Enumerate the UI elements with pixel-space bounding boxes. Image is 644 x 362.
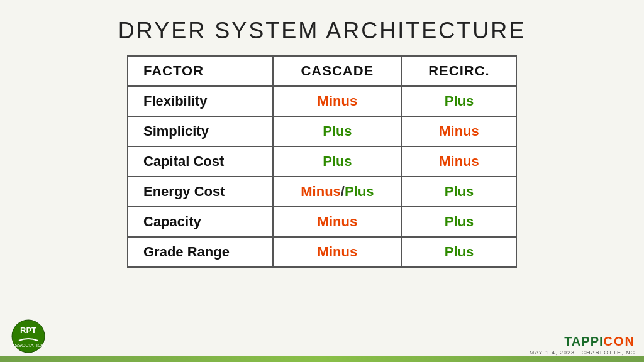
recirc-value: Plus bbox=[445, 244, 474, 260]
cell-factor: Capital Cost bbox=[128, 146, 273, 177]
cascade-value: Plus bbox=[323, 153, 352, 169]
cell-recirc: Minus bbox=[402, 116, 516, 146]
cell-recirc: Plus bbox=[402, 207, 516, 237]
table-row: FlexibilityMinusPlus bbox=[128, 86, 516, 116]
recirc-value: Minus bbox=[439, 123, 479, 139]
cell-factor: Simplicity bbox=[128, 116, 273, 146]
tappicon-subtitle: MAY 1-4, 2023 · CHARLOTTE, NC bbox=[530, 349, 635, 356]
cell-factor: Grade Range bbox=[128, 237, 273, 267]
svg-text:RPT: RPT bbox=[20, 326, 36, 335]
cell-cascade: Plus bbox=[273, 146, 402, 177]
rpta-logo: RPT ASSOCIATION bbox=[11, 319, 45, 353]
cascade-value: Minus bbox=[318, 214, 358, 229]
cell-factor: Energy Cost bbox=[128, 177, 273, 207]
cell-cascade: Plus bbox=[273, 116, 402, 146]
table-row: Grade RangeMinusPlus bbox=[128, 237, 516, 267]
comparison-table: FACTOR CASCADE RECIRC. FlexibilityMinusP… bbox=[127, 55, 517, 268]
tappicon-text: TAPPICON bbox=[530, 333, 635, 349]
table-header-row: FACTOR CASCADE RECIRC. bbox=[128, 56, 516, 86]
cell-recirc: Plus bbox=[402, 237, 516, 267]
cell-cascade: Minus bbox=[273, 207, 402, 237]
cascade-plus-part: Plus bbox=[345, 184, 374, 199]
cell-cascade: Minus bbox=[273, 237, 402, 267]
recirc-value: Plus bbox=[445, 184, 474, 199]
header-recirc: RECIRC. bbox=[402, 56, 516, 86]
table-container: FACTOR CASCADE RECIRC. FlexibilityMinusP… bbox=[0, 55, 644, 268]
cascade-value: Plus bbox=[323, 123, 352, 139]
grass-decoration bbox=[0, 356, 644, 362]
recirc-value: Plus bbox=[445, 93, 474, 109]
recirc-value: Minus bbox=[439, 153, 479, 169]
table-row: SimplicityPlusMinus bbox=[128, 116, 516, 146]
cell-factor: Capacity bbox=[128, 207, 273, 237]
cell-cascade: Minus/Plus bbox=[273, 177, 402, 207]
header-cascade: CASCADE bbox=[273, 56, 402, 86]
page-title: DRYER SYSTEM ARCHITECTURE bbox=[0, 0, 644, 55]
cell-recirc: Plus bbox=[402, 177, 516, 207]
svg-text:ASSOCIATION: ASSOCIATION bbox=[11, 343, 45, 348]
cascade-value: Minus bbox=[318, 93, 358, 109]
table-row: Capital CostPlusMinus bbox=[128, 146, 516, 177]
tappicon-logo: TAPPICON MAY 1-4, 2023 · CHARLOTTE, NC bbox=[530, 333, 635, 356]
header-factor: FACTOR bbox=[128, 56, 273, 86]
rpta-logo-icon: RPT ASSOCIATION bbox=[11, 319, 45, 353]
table-row: CapacityMinusPlus bbox=[128, 207, 516, 237]
cell-factor: Flexibility bbox=[128, 86, 273, 116]
recirc-value: Plus bbox=[445, 214, 474, 229]
cell-recirc: Plus bbox=[402, 86, 516, 116]
table-row: Energy CostMinus/PlusPlus bbox=[128, 177, 516, 207]
cascade-minus-part: Minus bbox=[301, 184, 341, 199]
cell-cascade: Minus bbox=[273, 86, 402, 116]
cell-recirc: Minus bbox=[402, 146, 516, 177]
cascade-value: Minus bbox=[318, 244, 358, 260]
